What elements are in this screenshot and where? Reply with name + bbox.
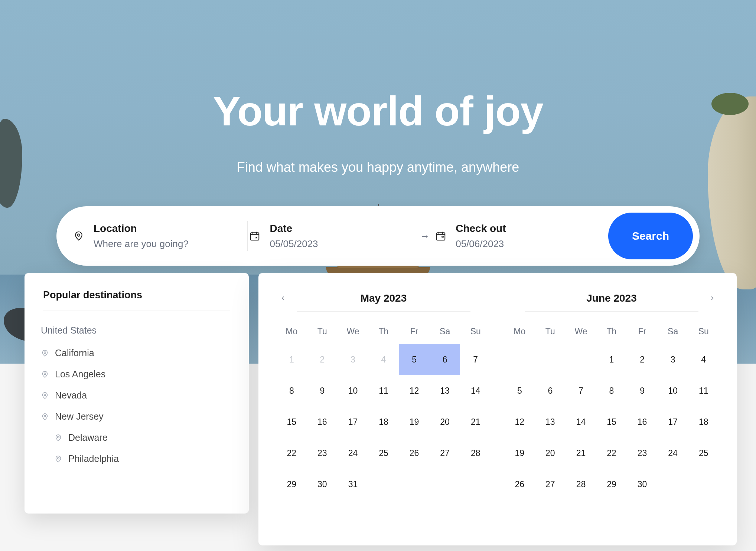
calendar-day[interactable]: 10 <box>338 375 368 406</box>
calendar-day[interactable]: 13 <box>430 375 460 406</box>
calendar-day-empty <box>368 469 399 500</box>
calendar-day[interactable]: 5 <box>399 344 430 375</box>
calendar-day[interactable]: 21 <box>566 437 596 469</box>
svg-point-0 <box>78 234 80 236</box>
calendar-day[interactable]: 8 <box>596 375 627 406</box>
destination-item[interactable]: Los Angeles <box>41 364 231 385</box>
calendar-day[interactable]: 23 <box>307 437 338 469</box>
calendar-day[interactable]: 11 <box>688 375 719 406</box>
calendar-weekday: Fr <box>627 319 658 344</box>
calendar-weekday: Fr <box>399 319 430 344</box>
svg-point-4 <box>44 373 46 374</box>
calendar-day[interactable]: 17 <box>338 406 368 437</box>
calendar-day[interactable]: 5 <box>504 375 535 406</box>
calendar-day[interactable]: 18 <box>368 406 399 437</box>
calendar-weekday: Su <box>688 319 719 344</box>
svg-rect-2 <box>437 233 445 240</box>
checkout-segment[interactable]: Check out 05/06/2023 <box>434 223 602 250</box>
calendar-day[interactable]: 27 <box>430 437 460 469</box>
checkout-value: 05/06/2023 <box>456 238 506 250</box>
calendar-day[interactable]: 17 <box>658 406 688 437</box>
calendar-day[interactable]: 27 <box>535 469 566 500</box>
calendar-day[interactable]: 23 <box>627 437 658 469</box>
calendar-day[interactable]: 29 <box>596 469 627 500</box>
calendar-day[interactable]: 13 <box>535 406 566 437</box>
calendar-day[interactable]: 20 <box>430 406 460 437</box>
checkout-label: Check out <box>456 223 506 234</box>
calendar-day[interactable]: 9 <box>307 375 338 406</box>
calendar-day[interactable]: 16 <box>307 406 338 437</box>
calendar-day[interactable]: 22 <box>596 437 627 469</box>
destination-name: New Jersey <box>55 411 104 422</box>
calendar-day-empty <box>430 469 460 500</box>
destination-item[interactable]: California <box>41 342 231 364</box>
calendar-day[interactable]: 7 <box>566 375 596 406</box>
calendar-day[interactable]: 16 <box>627 406 658 437</box>
location-pin-icon <box>54 455 62 463</box>
destination-group-label: United States <box>41 325 231 336</box>
destination-item[interactable]: New Jersey <box>41 406 231 427</box>
calendar-day[interactable]: 26 <box>504 469 535 500</box>
calendar-day[interactable]: 14 <box>460 375 491 406</box>
calendar-day[interactable]: 21 <box>460 406 491 437</box>
calendar-day[interactable]: 1 <box>276 344 307 375</box>
calendar-day[interactable]: 24 <box>658 437 688 469</box>
location-pin-icon <box>54 434 62 442</box>
calendar-day[interactable]: 24 <box>338 437 368 469</box>
calendar-day-empty <box>460 469 491 500</box>
checkin-segment[interactable]: Date 05/05/2023 <box>248 223 416 250</box>
calendar-day[interactable]: 19 <box>504 437 535 469</box>
calendar-day[interactable]: 2 <box>627 344 658 375</box>
calendar-next-button[interactable] <box>706 292 719 305</box>
calendar-day[interactable]: 6 <box>430 344 460 375</box>
calendar-day[interactable]: 30 <box>307 469 338 500</box>
calendar-weekday: Su <box>460 319 491 344</box>
hero-subtitle: Find what makes you happy anytime, anywh… <box>0 160 756 175</box>
hero-title: Your world of joy <box>0 87 756 135</box>
popular-destinations-list[interactable]: United StatesCaliforniaLos AngelesNevada… <box>41 317 238 505</box>
calendar-day[interactable]: 19 <box>399 406 430 437</box>
calendar-day[interactable]: 12 <box>399 375 430 406</box>
calendar-day[interactable]: 12 <box>504 406 535 437</box>
calendar-day[interactable]: 25 <box>368 437 399 469</box>
calendar-prev-button[interactable] <box>276 292 290 305</box>
calendar-day[interactable]: 29 <box>276 469 307 500</box>
calendar-day[interactable]: 4 <box>688 344 719 375</box>
calendar-day[interactable]: 25 <box>688 437 719 469</box>
calendar-day[interactable]: 1 <box>596 344 627 375</box>
calendar-day[interactable]: 15 <box>596 406 627 437</box>
calendar-day[interactable]: 3 <box>658 344 688 375</box>
calendar-day[interactable]: 28 <box>566 469 596 500</box>
calendar-day[interactable]: 28 <box>460 437 491 469</box>
destination-item[interactable]: Delaware <box>41 427 231 448</box>
calendar-day[interactable]: 10 <box>658 375 688 406</box>
calendar-day[interactable]: 6 <box>535 375 566 406</box>
calendar-day[interactable]: 7 <box>460 344 491 375</box>
svg-point-6 <box>44 415 46 417</box>
arrow-right-icon: → <box>416 230 434 242</box>
calendar-day[interactable]: 4 <box>368 344 399 375</box>
calendar-day[interactable]: 20 <box>535 437 566 469</box>
calendar-day[interactable]: 8 <box>276 375 307 406</box>
calendar-day[interactable]: 26 <box>399 437 430 469</box>
calendar-day[interactable]: 15 <box>276 406 307 437</box>
svg-rect-1 <box>251 233 259 240</box>
calendar-day[interactable]: 3 <box>338 344 368 375</box>
calendar-day[interactable]: 14 <box>566 406 596 437</box>
search-button[interactable]: Search <box>608 213 693 259</box>
date-range-calendar: May 2023MoTuWeThFrSaSu123456789101112131… <box>258 273 737 545</box>
calendar-day[interactable]: 11 <box>368 375 399 406</box>
calendar-day[interactable]: 18 <box>688 406 719 437</box>
calendar-weekday: We <box>338 319 368 344</box>
destination-item[interactable]: Nevada <box>41 385 231 406</box>
search-bar: Location Where are you going? Date 05/05… <box>56 206 700 266</box>
calendar-day[interactable]: 22 <box>276 437 307 469</box>
calendar-day[interactable]: 2 <box>307 344 338 375</box>
calendar-month: May 2023MoTuWeThFrSaSu123456789101112131… <box>270 283 498 531</box>
destination-item[interactable]: Philadelphia <box>41 448 231 469</box>
calendar-day[interactable]: 30 <box>627 469 658 500</box>
location-segment[interactable]: Location Where are you going? <box>72 223 248 250</box>
calendar-day[interactable]: 9 <box>627 375 658 406</box>
calendar-header: May 2023 <box>276 286 491 310</box>
calendar-day[interactable]: 31 <box>338 469 368 500</box>
